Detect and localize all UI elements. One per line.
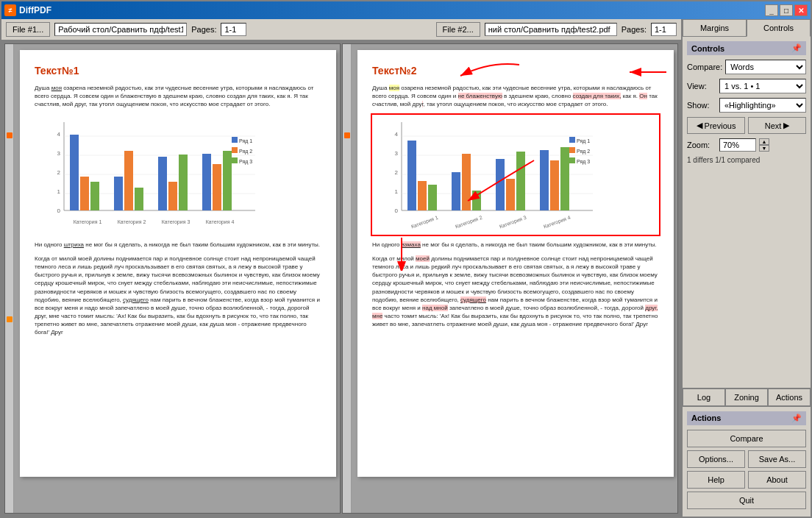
next-button[interactable]: Next ▶ [748,117,806,134]
file1-path[interactable] [54,23,187,36]
view-label: View: [687,82,716,91]
options-save-row: Options... Save As... [687,450,806,468]
pane2-edge [343,44,352,513]
zoom-label: Zoom: [687,141,716,149]
svg-rect-67 [569,157,575,163]
pin-icon: 📌 [791,43,802,53]
pages2-input[interactable] [651,23,677,36]
options-button[interactable]: Options... [687,450,745,468]
svg-text:Ряд 3: Ряд 3 [577,159,590,165]
svg-text:4: 4 [57,131,61,138]
title-arrow-svg [622,61,678,83]
edge-mark-3 [344,132,350,138]
pdf-page-2: Текст№2 Душа моя оза [357,50,674,477]
next-label: Next [765,121,782,130]
zoom-up-button[interactable]: ▲ [759,138,769,145]
svg-rect-21 [213,164,221,210]
show-select[interactable]: «Highlighting» All None [719,98,806,113]
zoom-spinner: ▲ ▼ [759,138,769,152]
title-bar-left: ≠ DiffPDF [4,4,51,16]
pages1-label: Pages: [191,25,216,34]
svg-text:Категория 3: Категория 3 [499,214,527,230]
tab-margins[interactable]: Margins [683,19,747,37]
pages1-input[interactable] [221,23,246,36]
tab-zoning[interactable]: Zoning [725,388,768,406]
svg-rect-31 [232,157,238,163]
svg-rect-49 [428,185,437,210]
zoom-down-button[interactable]: ▼ [759,145,769,152]
tab-log[interactable]: Log [683,388,725,406]
edge-mark-1 [7,132,13,138]
svg-rect-22 [223,151,232,210]
maximize-button[interactable]: □ [780,4,793,16]
minimize-button[interactable]: _ [765,4,778,16]
tab-controls[interactable]: Controls [747,19,811,37]
actions-pin-icon: 📌 [791,414,802,423]
main-content: File #1... Pages: File #2... Pages: [1,19,811,517]
compare-label: Compare: [687,63,722,71]
top-tab-row: Margins Controls [683,19,811,37]
compare-button[interactable]: Compare [687,430,806,447]
about-button[interactable]: About [748,471,806,489]
pdf2-para1: Душа моя озарена неземной радостью, как … [372,84,659,109]
svg-rect-17 [158,157,167,210]
pdf-page-1: Текст№1 Душа моя озарена неземной радост… [20,50,336,477]
svg-rect-55 [516,152,525,210]
svg-text:3: 3 [57,150,61,157]
svg-text:Ряд 3: Ряд 3 [239,159,252,165]
pane1-edge [5,44,14,513]
svg-rect-52 [472,191,481,210]
tab-actions[interactable]: Actions [768,388,811,406]
svg-text:Категория 4: Категория 4 [206,219,235,225]
svg-rect-29 [232,147,238,153]
svg-text:2: 2 [395,169,399,176]
pdf2-title: Текст№2 [372,65,659,77]
svg-text:Ряд 1: Ряд 1 [239,138,252,144]
title-bar: ≠ DiffPDF _ □ ✕ [1,1,811,19]
svg-rect-12 [80,177,89,210]
svg-text:4: 4 [395,131,399,138]
svg-text:Категория 2: Категория 2 [118,219,146,225]
svg-rect-20 [202,154,211,210]
svg-rect-11 [70,135,79,210]
pdf2-para3: Когда от милой моей долины поднимается п… [372,255,659,329]
controls-section-title: Controls 📌 [687,41,806,55]
file2-path[interactable] [485,23,617,36]
zoom-input[interactable] [719,138,756,152]
svg-rect-47 [407,141,416,210]
svg-rect-51 [462,154,471,210]
pdf1-para3: Когда от милой моей долины поднимается п… [35,255,321,337]
svg-text:0: 0 [57,207,61,214]
file2-button[interactable]: File #2... [436,22,480,37]
pdf-pane-1[interactable]: Текст№1 Душа моя озарена неземной радост… [4,43,341,514]
app-icon: ≠ [4,4,16,16]
view-select[interactable]: 1 vs. 1 • 1 2 vs. 2 • 1 [719,79,806,93]
save-as-button[interactable]: Save As... [748,450,806,468]
chart1-container: 0 1 2 3 4 [35,115,321,235]
svg-rect-19 [179,155,188,210]
pdf2-para2: Ни одного взмаха не мог бы я сделать, а … [372,241,659,249]
window-title: DiffPDF [19,5,51,15]
svg-text:2: 2 [57,169,61,176]
svg-rect-57 [550,160,559,210]
svg-text:Ряд 2: Ряд 2 [577,149,590,155]
pdf-area: Текст№1 Душа моя озарена неземной радост… [1,40,681,517]
svg-text:3: 3 [395,150,399,157]
help-button[interactable]: Help [687,471,745,489]
svg-text:1: 1 [395,188,399,195]
svg-text:Ряд 1: Ряд 1 [577,138,590,144]
svg-rect-54 [506,179,515,210]
svg-text:Категория 1: Категория 1 [410,214,439,230]
close-button[interactable]: ✕ [794,4,808,16]
pdf-pane-2[interactable]: Текст№2 Душа моя оза [342,43,678,514]
svg-rect-27 [232,137,238,143]
previous-button[interactable]: ◀ Previous [687,117,745,134]
quit-button[interactable]: Quit [687,492,806,509]
compare-select[interactable]: Words Characters Appearance [725,60,806,74]
file1-button[interactable]: File #1... [6,22,50,37]
svg-rect-50 [452,172,460,210]
actions-label: Actions [691,414,721,423]
svg-text:Ряд 2: Ряд 2 [239,149,252,155]
svg-rect-53 [496,159,505,210]
pdf1-title: Текст№1 [35,65,321,77]
